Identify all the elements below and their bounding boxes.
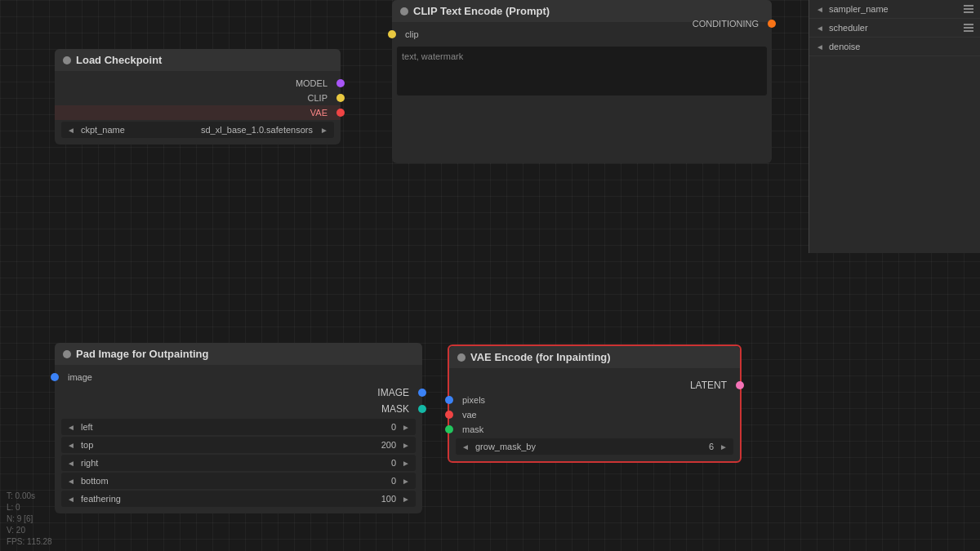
mask-input-row: mask [449,422,740,437]
clip-output-row: CLIP [55,91,341,105]
ckpt-field-value: sd_xl_base_1.0.safetensors [198,125,318,135]
top-field[interactable]: ◄ top 200 ► [61,437,416,453]
denoise-label: denoise [829,42,973,51]
sampler-name-label: sampler_name [829,4,959,14]
bottom-value: 0 [375,476,399,486]
ckpt-name-field[interactable]: ◄ ckpt_name sd_xl_base_1.0.safetensors ► [61,122,334,138]
load-checkpoint-header: Load Checkpoint [55,49,341,71]
status-t: T: 0.00s [7,491,52,502]
vae-encode-node: VAE Encode (for Inpainting) LATENT pixel… [448,344,742,463]
load-checkpoint-body: MODEL CLIP VAE ◄ ckpt_name sd_xl_base_1.… [55,71,341,144]
load-checkpoint-node: Load Checkpoint MODEL CLIP VAE ◄ ckpt_na… [55,49,341,144]
clip-text-content[interactable]: text, watermark [397,47,767,96]
vae-label: VAE [310,108,327,118]
right-next-btn[interactable]: ► [399,456,412,469]
image-output-connector[interactable] [418,389,426,397]
left-prev-btn[interactable]: ◄ [65,420,78,433]
vae-encode-body: LATENT pixels vae mask ◄ grow_mask_by 6 … [449,368,740,461]
right-panel: ◄ sampler_name ◄ scheduler ◄ denoise [808,0,980,253]
top-next-btn[interactable]: ► [399,438,412,451]
clip-text-body: clip CONDITIONING text, watermark [392,22,772,105]
clip-node-dot [400,7,408,16]
clip-text-node: CLIP Text Encode (Prompt) clip CONDITION… [392,0,772,163]
image-input-row: image [55,370,422,384]
feathering-value: 100 [375,494,399,504]
model-connector[interactable] [336,79,345,87]
feathering-next-btn[interactable]: ► [399,492,412,505]
left-field[interactable]: ◄ left 0 ► [61,419,416,435]
ckpt-next-button[interactable]: ► [318,123,331,136]
conditioning-connector[interactable] [768,20,776,28]
bottom-label: bottom [78,476,375,486]
pad-image-header: Pad Image for Outpainting [55,343,422,365]
status-l: L: 0 [7,502,52,513]
status-v: V: 20 [7,525,52,536]
model-label: MODEL [296,78,327,88]
grow-prev-btn[interactable]: ◄ [459,440,472,453]
mask-input-connector[interactable] [445,425,453,433]
denoise-arrow-icon: ◄ [816,42,824,51]
vae-encode-header: VAE Encode (for Inpainting) [449,346,740,368]
right-label: right [78,458,375,468]
pad-image-body: image IMAGE MASK ◄ left 0 ► ◄ top 200 ► … [55,365,422,513]
grow-mask-label: grow_mask_by [472,442,693,451]
clip-connector[interactable] [336,94,345,102]
mask-output-label: MASK [381,403,409,415]
vae-encode-title: VAE Encode (for Inpainting) [470,351,611,363]
pixels-label: pixels [462,395,485,405]
status-fps: FPS: 115.28 [7,536,52,548]
model-output-row: MODEL [55,76,341,91]
conditioning-output-row: CONDITIONING [684,16,772,31]
top-label: top [78,440,375,450]
vae-input-label: vae [462,410,477,420]
vae-input-connector[interactable] [445,411,453,419]
clip-label: CLIP [308,93,327,103]
clip-input-connector[interactable] [388,30,396,38]
pad-image-title: Pad Image for Outpainting [76,348,209,360]
bottom-field[interactable]: ◄ bottom 0 ► [61,473,416,489]
vae-output-row: VAE [55,105,341,120]
vae-connector[interactable] [336,109,345,117]
feathering-field[interactable]: ◄ feathering 100 ► [61,491,416,507]
clip-input-label: clip [405,29,419,39]
bottom-next-btn[interactable]: ► [399,474,412,487]
right-prev-btn[interactable]: ◄ [65,456,78,469]
feathering-label: feathering [78,494,375,504]
vae-input-row: vae [449,407,740,422]
latent-label: LATENT [690,380,727,391]
sampler-arrow-icon: ◄ [816,5,824,14]
right-field[interactable]: ◄ right 0 ► [61,455,416,471]
node-status-dot [63,56,71,64]
bottom-prev-btn[interactable]: ◄ [65,474,78,487]
scheduler-row: ◄ scheduler [809,19,980,38]
clip-text-value: text, watermark [402,51,463,61]
ckpt-prev-button[interactable]: ◄ [65,123,78,136]
mask-output-connector[interactable] [418,405,426,413]
top-value: 200 [375,440,399,450]
grow-mask-value: 6 [693,442,717,451]
pixels-input-row: pixels [449,393,740,407]
conditioning-label: CONDITIONING [693,19,759,29]
grow-mask-field[interactable]: ◄ grow_mask_by 6 ► [456,438,733,455]
sampler-name-row: ◄ sampler_name [809,0,980,19]
grow-next-btn[interactable]: ► [717,440,730,453]
image-input-label: image [68,372,92,382]
latent-connector[interactable] [736,381,744,389]
pad-node-dot [63,350,71,358]
mask-input-label: mask [462,424,483,434]
scheduler-arrow-icon: ◄ [816,24,824,33]
load-checkpoint-title: Load Checkpoint [76,54,162,66]
pixels-connector[interactable] [445,396,453,404]
feathering-prev-btn[interactable]: ◄ [65,492,78,505]
scheduler-label: scheduler [829,23,959,33]
top-prev-btn[interactable]: ◄ [65,438,78,451]
status-n: N: 9 [6] [7,513,52,525]
pad-image-node: Pad Image for Outpainting image IMAGE MA… [55,343,422,513]
vae-encode-dot [457,353,466,362]
image-input-connector[interactable] [51,373,59,381]
right-value: 0 [375,458,399,468]
left-value: 0 [375,422,399,432]
left-label: left [78,422,375,432]
left-next-btn[interactable]: ► [399,420,412,433]
scheduler-lines-icon [964,24,973,32]
